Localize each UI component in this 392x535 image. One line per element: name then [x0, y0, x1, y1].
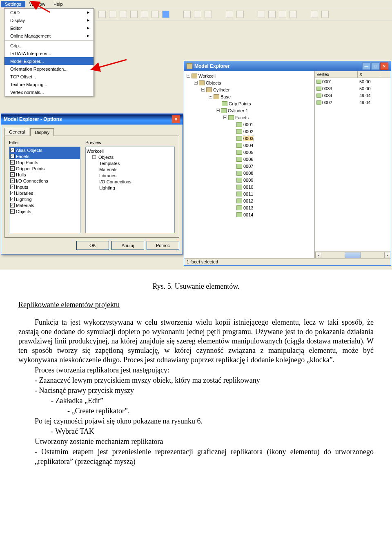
dropdown-item[interactable]: Editor▶: [4, 24, 94, 32]
tab-general[interactable]: General: [4, 128, 29, 136]
preview-tree[interactable]: Workcell+ObjectsTemplatesMaterialsLibrar…: [85, 147, 175, 233]
preview-node[interactable]: Materials: [87, 166, 174, 172]
tree-node[interactable]: 0009: [185, 176, 313, 183]
dropdown-item[interactable]: TCP Offset...: [4, 73, 94, 80]
filter-item[interactable]: ✓Libraries: [9, 190, 80, 196]
checkbox-icon[interactable]: ✓: [10, 154, 15, 158]
filter-listbox[interactable]: ✓Alias-Objects✓Facets✓Grip Points✓Grippe…: [9, 147, 80, 233]
expand-icon[interactable]: −: [209, 95, 212, 98]
filter-item[interactable]: ✓Alias-Objects: [9, 147, 80, 153]
toolbar-btn[interactable]: [120, 11, 127, 18]
close-icon[interactable]: ×: [380, 62, 388, 70]
dropdown-item[interactable]: Vertex normals...: [4, 88, 94, 96]
toolbar-btn[interactable]: [151, 11, 159, 18]
toolbar-btn[interactable]: [141, 11, 148, 18]
dropdown-item[interactable]: Texture Mapping...: [4, 80, 94, 88]
filter-item[interactable]: ✓Gripper Points: [9, 165, 80, 172]
minimize-icon[interactable]: —: [362, 62, 370, 70]
filter-item[interactable]: ✓Grip Points: [9, 159, 80, 165]
filter-item[interactable]: ✓Lighting: [9, 196, 80, 202]
tree-node[interactable]: −Cylinder 1: [185, 107, 313, 114]
tree-node[interactable]: −Workcell: [185, 72, 313, 79]
data-row[interactable]: 003449.04: [315, 92, 391, 99]
tree-node[interactable]: 0012: [185, 197, 313, 204]
preview-node[interactable]: Lighting: [87, 185, 174, 191]
cancel-button[interactable]: Anuluj: [111, 241, 144, 250]
tree-node[interactable]: Grip Points: [185, 100, 313, 107]
tree-node[interactable]: 0006: [185, 156, 313, 163]
menu-window[interactable]: Window: [25, 1, 49, 7]
filter-item[interactable]: ✓Facets: [9, 153, 80, 159]
tree-node[interactable]: 0013: [185, 204, 313, 211]
close-icon[interactable]: ×: [172, 115, 180, 123]
maximize-icon[interactable]: □: [371, 62, 379, 70]
explorer-tree[interactable]: −Workcell−Objects−Cylinder−BaseGrip Poin…: [184, 71, 315, 258]
checkbox-icon[interactable]: ✓: [10, 160, 15, 165]
tree-node[interactable]: 0001: [185, 121, 313, 128]
tree-node[interactable]: 0005: [185, 149, 313, 156]
toolbar-btn[interactable]: [311, 11, 318, 18]
col-x[interactable]: X: [358, 71, 380, 78]
preview-node[interactable]: I/O Connections: [87, 178, 174, 185]
expand-icon[interactable]: −: [187, 74, 190, 78]
scrollbar-thumb[interactable]: [345, 252, 361, 258]
checkbox-icon[interactable]: ✓: [10, 191, 15, 195]
toolbar-btn[interactable]: [268, 11, 276, 18]
dropdown-item[interactable]: Model Explorer...: [4, 57, 94, 65]
dropdown-item[interactable]: IRDATA Interpreter...: [4, 49, 94, 57]
tree-node[interactable]: 0008: [185, 169, 313, 176]
toolbar-btn[interactable]: [109, 11, 116, 18]
dropdown-item[interactable]: Display▶: [4, 16, 94, 24]
toolbar-btn[interactable]: [236, 11, 244, 18]
expand-icon[interactable]: −: [194, 81, 198, 85]
preview-node[interactable]: Templates: [87, 160, 174, 166]
tree-node[interactable]: 0010: [185, 183, 313, 190]
toolbar-btn[interactable]: [226, 11, 233, 18]
menu-help[interactable]: Help: [49, 1, 67, 7]
preview-root[interactable]: Workcell: [87, 148, 174, 154]
dropdown-item[interactable]: CAD▶: [4, 9, 94, 16]
data-row[interactable]: 000249.04: [315, 99, 391, 106]
scroll-right-icon[interactable]: ▸: [384, 252, 390, 258]
explorer-titlebar[interactable]: Model Explorer — □ ×: [184, 61, 391, 71]
toolbar-btn[interactable]: [258, 11, 265, 18]
tree-node[interactable]: −Facets: [185, 114, 313, 121]
data-row[interactable]: 000150.00: [315, 78, 391, 85]
tree-node[interactable]: 0002: [185, 128, 313, 135]
toolbar-btn[interactable]: [183, 11, 191, 18]
toolbar-btn[interactable]: [290, 11, 297, 18]
dropdown-item[interactable]: Grip...: [4, 42, 94, 49]
checkbox-icon[interactable]: ✓: [10, 172, 15, 177]
checkbox-icon[interactable]: ✓: [10, 185, 15, 189]
toolbar-btn[interactable]: [98, 11, 106, 18]
data-row[interactable]: 003350.00: [315, 85, 391, 92]
tree-node[interactable]: −Cylinder: [185, 86, 313, 93]
tree-node[interactable]: 0014: [185, 211, 313, 218]
toolbar-btn[interactable]: [130, 11, 138, 18]
toolbar-help-btn[interactable]: [162, 11, 169, 18]
horizontal-scrollbar[interactable]: ◂ ▸: [315, 251, 391, 258]
scroll-left-icon[interactable]: ◂: [315, 252, 321, 258]
menu-settings[interactable]: Settings: [1, 1, 25, 7]
checkbox-icon[interactable]: ✓: [10, 166, 15, 171]
tree-node[interactable]: −Base: [185, 93, 313, 100]
toolbar-btn[interactable]: [279, 11, 286, 18]
checkbox-icon[interactable]: ✓: [10, 203, 15, 207]
expand-icon[interactable]: +: [92, 155, 96, 159]
expand-icon[interactable]: −: [216, 109, 220, 112]
options-titlebar[interactable]: Model Explorer - Options ×: [1, 114, 183, 125]
expand-icon[interactable]: −: [201, 88, 205, 91]
tree-node[interactable]: 0011: [185, 190, 313, 197]
filter-item[interactable]: ✓I/O Connections: [9, 178, 80, 184]
data-rows[interactable]: 000150.00003350.00003449.04000249.04: [315, 78, 391, 251]
data-header[interactable]: Vertex X: [315, 71, 391, 78]
filter-item[interactable]: ✓Objects: [9, 208, 80, 214]
tree-node[interactable]: 0003: [185, 135, 313, 142]
tree-node[interactable]: −Objects: [185, 79, 313, 86]
col-vertex[interactable]: Vertex: [315, 71, 358, 78]
filter-item[interactable]: ✓Inputs: [9, 184, 80, 190]
checkbox-icon[interactable]: ✓: [10, 148, 15, 152]
tree-node[interactable]: 0007: [185, 163, 313, 169]
toolbar-btn[interactable]: [205, 11, 212, 18]
help-button[interactable]: Pomoc: [147, 241, 179, 250]
